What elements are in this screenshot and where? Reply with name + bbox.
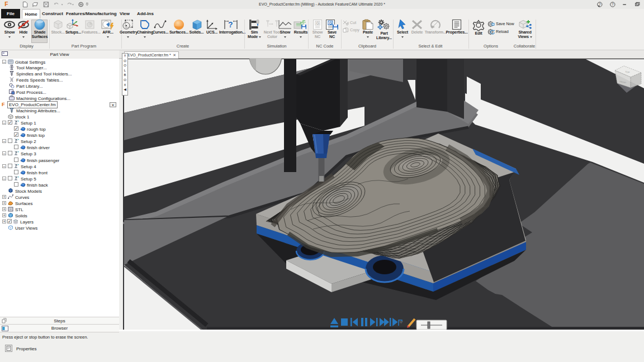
svg-text:G: G <box>316 21 320 25</box>
svg-text:?: ? <box>228 20 233 29</box>
svg-text:?: ? <box>612 2 614 6</box>
svg-text:G: G <box>329 21 333 25</box>
svg-text:F: F <box>4 1 8 7</box>
svg-text:F: F <box>2 102 5 107</box>
